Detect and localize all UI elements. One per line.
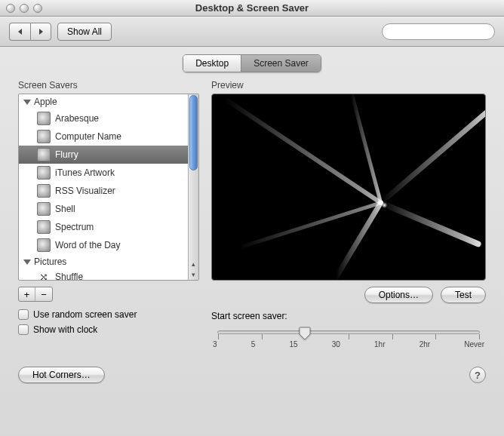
- show-all-button[interactable]: Show All: [57, 23, 112, 41]
- slider-tick-label: 5: [251, 340, 256, 348]
- list-item[interactable]: RSS Visualizer: [19, 182, 188, 200]
- disclosure-triangle-icon[interactable]: [23, 259, 31, 265]
- screensaver-list[interactable]: AppleArabesqueComputer NameFlurryiTunes …: [18, 94, 199, 281]
- item-label: Computer Name: [55, 131, 121, 142]
- random-checkbox[interactable]: [18, 309, 29, 320]
- screensaver-icon: [37, 112, 51, 125]
- slider-tick-label: Never: [464, 340, 484, 348]
- close-window-button[interactable]: [6, 4, 15, 13]
- slider-thumb[interactable]: [299, 327, 311, 340]
- slider-tick: [218, 334, 219, 339]
- scrollbar[interactable]: ▴ ▾: [188, 94, 198, 280]
- add-button[interactable]: +: [19, 287, 35, 301]
- item-label: iTunes Artwork: [55, 167, 115, 178]
- screensaver-icon: [37, 202, 51, 216]
- slider-tick: [262, 334, 263, 339]
- add-remove-group: + −: [18, 287, 53, 302]
- search-container: [382, 23, 495, 40]
- nav-buttons: [9, 23, 51, 41]
- minimize-window-button[interactable]: [20, 4, 29, 13]
- item-label: Shell: [55, 204, 75, 214]
- scroll-down-button[interactable]: ▾: [189, 269, 198, 280]
- tab-desktop[interactable]: Desktop: [183, 55, 241, 72]
- options-button[interactable]: Options…: [364, 287, 433, 303]
- screensaver-icon: [37, 220, 51, 234]
- list-item[interactable]: Flurry: [19, 146, 188, 164]
- slider-tick: [392, 334, 393, 339]
- scroll-up-button[interactable]: ▴: [189, 259, 198, 269]
- toolbar: Show All: [0, 17, 504, 47]
- slider-label: Start screen saver:: [211, 311, 486, 321]
- item-label: RSS Visualizer: [55, 186, 115, 196]
- list-item[interactable]: Word of the Day: [19, 236, 188, 254]
- screensaver-icon: [37, 184, 51, 198]
- list-item[interactable]: Spectrum: [19, 218, 188, 236]
- slider-tick-label: 1hr: [374, 340, 385, 348]
- slider-tick-label: 2hr: [419, 340, 430, 348]
- help-button[interactable]: ?: [469, 367, 486, 383]
- hot-corners-button[interactable]: Hot Corners…: [18, 367, 105, 383]
- slider-tick-label: 15: [289, 340, 297, 348]
- slider-tick-label: 3: [213, 340, 217, 348]
- screensaver-icon: [37, 238, 51, 252]
- list-group[interactable]: Apple: [19, 94, 188, 109]
- random-label: Use random screen saver: [33, 309, 137, 320]
- list-group[interactable]: Pictures: [19, 254, 188, 269]
- start-delay-slider[interactable]: [211, 326, 486, 334]
- item-label: Flurry: [55, 149, 78, 160]
- tab-screensaver[interactable]: Screen Saver: [241, 55, 321, 72]
- group-label: Apple: [34, 97, 57, 107]
- screensaver-icon: [37, 130, 51, 143]
- zoom-window-button[interactable]: [33, 4, 42, 13]
- item-label: Shuffle: [55, 272, 83, 280]
- shuffle-icon: ⤭: [37, 272, 51, 280]
- clock-label: Show with clock: [33, 324, 97, 335]
- tabs: Desktop Screen Saver: [0, 54, 504, 72]
- preview-label: Preview: [211, 80, 486, 91]
- search-input[interactable]: [382, 23, 495, 40]
- titlebar: Desktop & Screen Saver: [0, 0, 504, 17]
- item-label: Spectrum: [55, 222, 94, 232]
- slider-tick: [479, 334, 480, 339]
- screensaver-icon: [37, 148, 51, 161]
- forward-button[interactable]: [30, 23, 51, 41]
- screensavers-label: Screen Savers: [18, 80, 199, 91]
- screensaver-icon: [37, 166, 51, 180]
- preview-area: [211, 94, 486, 281]
- group-label: Pictures: [34, 256, 66, 267]
- list-item[interactable]: iTunes Artwork: [19, 164, 188, 182]
- list-item[interactable]: Arabesque: [19, 109, 188, 127]
- svg-point-3: [366, 188, 396, 218]
- window-title: Desktop & Screen Saver: [195, 2, 309, 14]
- list-item[interactable]: Shell: [19, 200, 188, 218]
- list-item[interactable]: Computer Name: [19, 127, 188, 146]
- slider-tick-label: 30: [332, 340, 340, 348]
- slider-tick: [349, 334, 349, 339]
- item-label: Arabesque: [55, 113, 99, 124]
- item-label: Word of the Day: [55, 240, 120, 250]
- flurry-preview: [212, 94, 485, 280]
- remove-button[interactable]: −: [35, 287, 52, 301]
- scroll-thumb[interactable]: [189, 95, 198, 170]
- clock-checkbox[interactable]: [18, 324, 29, 335]
- slider-tick: [435, 334, 436, 339]
- test-button[interactable]: Test: [441, 287, 486, 303]
- back-button[interactable]: [9, 23, 30, 41]
- list-item[interactable]: ⤭Shuffle: [19, 269, 188, 280]
- disclosure-triangle-icon[interactable]: [23, 100, 31, 105]
- window-controls: [6, 4, 42, 13]
